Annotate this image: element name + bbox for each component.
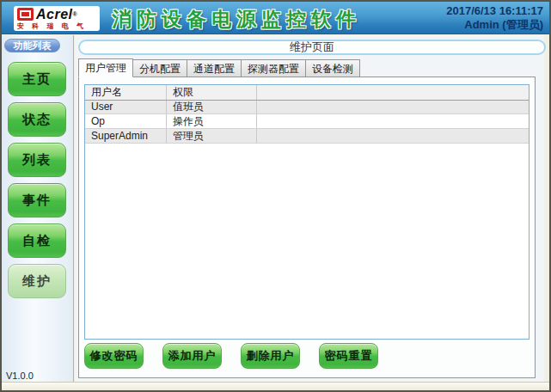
tab-page-user-management: 用户名 权限 Admin 管理员 User 值班员	[78, 77, 536, 378]
change-password-button[interactable]: 修改密码	[84, 343, 144, 369]
header-bar: Acrel® 安 科 瑞 电 气 消防设备电源监控软件 2017/6/13 16…	[2, 2, 549, 34]
status-strip	[2, 382, 549, 390]
table-row[interactable]: Op 操作员	[85, 114, 529, 129]
datetime-label: 2017/6/13 16:11:17	[446, 4, 543, 18]
app-title: 消防设备电源监控软件	[112, 6, 361, 33]
page-title: 维护页面	[78, 40, 546, 55]
column-header-username[interactable]: 用户名	[85, 85, 167, 100]
sidebar-item-maintenance[interactable]: 维护	[8, 264, 66, 298]
reset-password-button[interactable]: 密码重置	[319, 343, 378, 369]
cell-role: 操作员	[167, 114, 257, 128]
sidebar-item-selftest[interactable]: 自检	[8, 224, 66, 258]
main-area: 维护页面 用户管理 分机配置 通道配置 探测器配置 设备检测 用户名 权限 Ad	[75, 35, 549, 382]
tab-channel-config[interactable]: 通道配置	[187, 59, 242, 77]
table-row[interactable]: User 值班员	[85, 100, 529, 114]
cell-role: 值班员	[167, 100, 257, 113]
table-row[interactable]: SuperAdmin 管理员	[85, 129, 529, 144]
column-header-filler	[257, 85, 529, 100]
sidebar-header: 功能列表	[4, 39, 60, 52]
sidebar: 功能列表 主页 状态 列表 事件 自检 维护 V1.0.0	[2, 35, 74, 382]
cell-username: User	[85, 100, 167, 113]
sidebar-nav: 主页 状态 列表 事件 自检 维护	[2, 62, 74, 298]
acrel-logo-icon	[17, 8, 34, 21]
tab-detector-config[interactable]: 探测器配置	[242, 59, 306, 77]
sidebar-item-status[interactable]: 状态	[8, 102, 66, 137]
sidebar-item-list[interactable]: 列表	[8, 143, 66, 177]
user-actions: 修改密码 添加用户 删除用户 密码重置	[84, 343, 378, 369]
table-header-row: 用户名 权限	[85, 85, 529, 101]
logo-brand: Acrel®	[36, 8, 77, 21]
version-label: V1.0.0	[6, 371, 34, 381]
acrel-logo: Acrel® 安 科 瑞 电 气	[14, 6, 100, 31]
logo-subtitle: 安 科 瑞 电 气	[17, 21, 95, 31]
logged-in-user-label: Admin (管理员)	[446, 18, 543, 32]
cell-username: SuperAdmin	[85, 129, 167, 143]
delete-user-button[interactable]: 删除用户	[241, 343, 300, 369]
sidebar-item-events[interactable]: 事件	[8, 183, 66, 217]
sidebar-item-home[interactable]: 主页	[8, 62, 66, 96]
tab-extension-config[interactable]: 分机配置	[133, 59, 187, 77]
users-table: 用户名 权限 Admin 管理员 User 值班员	[84, 84, 530, 340]
registered-mark: ®	[73, 11, 78, 17]
tab-device-detection[interactable]: 设备检测	[306, 59, 360, 77]
tab-user-management[interactable]: 用户管理	[78, 58, 133, 77]
cell-role: 管理员	[167, 129, 257, 143]
add-user-button[interactable]: 添加用户	[162, 343, 222, 369]
cell-username: Op	[85, 114, 167, 128]
app-window: Acrel® 安 科 瑞 电 气 消防设备电源监控软件 2017/6/13 16…	[0, 0, 551, 392]
column-header-role[interactable]: 权限	[167, 85, 257, 100]
tab-strip: 用户管理 分机配置 通道配置 探测器配置 设备检测	[78, 58, 360, 77]
maintenance-tabcontrol: 用户管理 分机配置 通道配置 探测器配置 设备检测 用户名 权限 Admin 管…	[78, 58, 536, 378]
